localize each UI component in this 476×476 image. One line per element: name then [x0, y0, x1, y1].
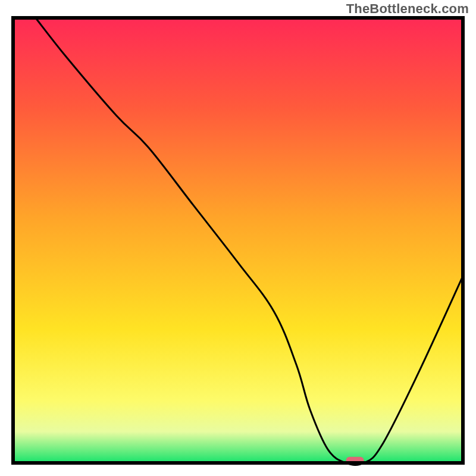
plot-area — [13, 18, 463, 465]
chart-stage: TheBottleneck.com — [0, 0, 476, 476]
gradient-background — [13, 18, 463, 463]
bottleneck-chart — [0, 0, 476, 476]
watermark-label: TheBottleneck.com — [346, 1, 469, 17]
